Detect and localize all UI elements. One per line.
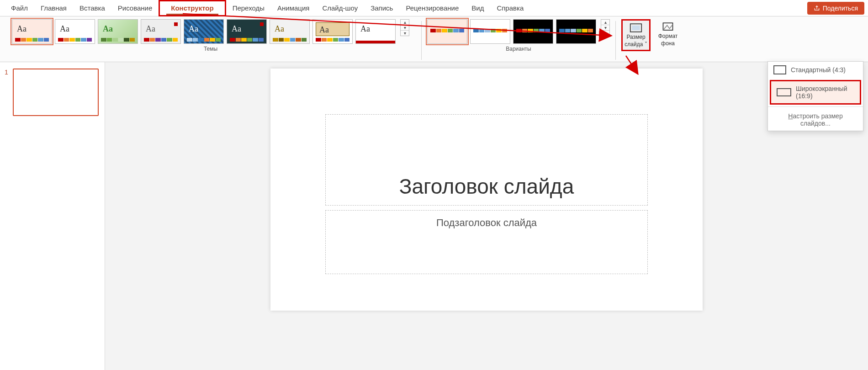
slide-size-widescreen-label: Широкоэкранный (16:9) xyxy=(796,85,854,100)
format-bg-label-2: фона xyxy=(661,41,675,47)
variants-group-label: Варианты xyxy=(506,46,531,52)
theme-bottom-bar xyxy=(356,41,395,43)
theme-thumb-7[interactable]: Aa xyxy=(270,19,310,44)
theme-color-strip xyxy=(187,38,221,42)
customize-group-label xyxy=(651,53,652,59)
subtitle-placeholder-text: Подзаголовок слайда xyxy=(436,217,537,229)
theme-accent-dot xyxy=(260,22,264,26)
theme-sample-text: Aa xyxy=(17,24,26,34)
slide-size-custom[interactable]: Настроить размер слайдов... xyxy=(768,109,863,131)
theme-color-strip xyxy=(15,38,49,42)
menu-separator xyxy=(768,106,863,107)
slide-size-icon xyxy=(630,22,642,33)
subtitle-placeholder[interactable]: Подзаголовок слайда xyxy=(325,210,648,274)
themes-expand[interactable]: ▾ xyxy=(401,31,409,36)
variants-expand[interactable]: ▾ xyxy=(601,31,609,36)
title-placeholder-text: Заголовок слайда xyxy=(399,174,574,199)
tab-file[interactable]: Файл xyxy=(5,0,34,16)
slide-size-label-1: Размер xyxy=(626,34,645,41)
variant-thumb-1[interactable] xyxy=(427,19,467,44)
variant-color-strip xyxy=(430,29,464,32)
share-label: Поделиться xyxy=(823,5,858,12)
tab-slideshow[interactable]: Слайд-шоу xyxy=(316,0,364,16)
tab-design-highlight: Конструктор xyxy=(159,0,226,16)
tab-review[interactable]: Рецензирование xyxy=(399,0,465,16)
tab-record[interactable]: Запись xyxy=(364,0,399,16)
variants-scroll: ▴ ▾ ▾ xyxy=(601,19,610,36)
theme-sample-text: Aa xyxy=(360,24,370,34)
theme-thumb-2[interactable]: Aa xyxy=(55,19,95,44)
themes-scroll: ▴ ▾ ▾ xyxy=(400,19,409,36)
slide-size-button[interactable]: Размер слайда ˅ xyxy=(621,19,651,51)
theme-thumb-1[interactable]: Aa xyxy=(12,19,52,44)
theme-sample-text: Aa xyxy=(103,24,113,34)
variants-scroll-up[interactable]: ▴ xyxy=(601,20,609,25)
theme-sample-text: Aa xyxy=(319,25,329,35)
tab-insert[interactable]: Вставка xyxy=(73,0,111,16)
theme-color-strip xyxy=(230,38,264,42)
theme-sample-text: Aa xyxy=(189,24,198,34)
slide-thumbnails-pane: 1 xyxy=(0,62,105,370)
menu-custom-accel: Н xyxy=(788,112,793,120)
tab-transitions[interactable]: Переходы xyxy=(226,0,271,16)
workspace: 1 Заголовок слайда Подзаголовок слайда xyxy=(0,62,868,370)
format-bg-label-1: Формат xyxy=(658,33,678,40)
theme-color-strip xyxy=(101,38,135,42)
themes-scroll-up[interactable]: ▴ xyxy=(401,20,409,25)
tab-help[interactable]: Справка xyxy=(490,0,530,16)
share-icon xyxy=(814,5,820,11)
themes-scroll-down[interactable]: ▾ xyxy=(401,25,409,31)
themes-group-label: Темы xyxy=(204,46,217,52)
variant-color-strip xyxy=(516,29,550,32)
variant-thumb-4[interactable] xyxy=(556,19,596,44)
title-placeholder[interactable]: Заголовок слайда xyxy=(325,114,648,206)
theme-thumb-9[interactable]: Aa xyxy=(355,19,396,44)
variants-scroll-down[interactable]: ▾ xyxy=(601,25,609,31)
themes-gallery: Aa Aa Aa Aa Aa Aa xyxy=(12,19,409,44)
slide-size-widescreen[interactable]: Широкоэкранный (16:9) xyxy=(770,80,861,105)
variant-color-strip xyxy=(473,29,507,32)
theme-thumb-5[interactable]: Aa xyxy=(184,19,224,44)
variant-thumb-3[interactable] xyxy=(513,19,553,44)
format-background-button[interactable]: Формат фона xyxy=(653,19,683,49)
tab-animations[interactable]: Анимация xyxy=(271,0,316,16)
slide-size-menu: Стандартный (4:3) Широкоэкранный (16:9) … xyxy=(767,61,863,131)
slide-size-standard-label: Стандартный (4:3) xyxy=(791,66,846,74)
theme-thumb-8[interactable]: Aa xyxy=(312,19,353,44)
tab-home[interactable]: Главная xyxy=(34,0,73,16)
tab-view[interactable]: Вид xyxy=(465,0,490,16)
menu-custom-rest: астроить размер слайдов... xyxy=(793,112,842,127)
ribbon-group-variants: ▴ ▾ ▾ Варианты xyxy=(424,19,613,62)
ribbon-divider-1 xyxy=(421,21,422,60)
theme-sample-text: Aa xyxy=(232,24,241,34)
slide-thumbnail-1[interactable] xyxy=(13,69,99,116)
theme-color-strip xyxy=(273,38,307,42)
share-button[interactable]: Поделиться xyxy=(807,2,864,15)
theme-thumb-6[interactable]: Aa xyxy=(227,19,267,44)
svg-rect-1 xyxy=(632,26,640,31)
variant-thumb-2[interactable] xyxy=(470,19,510,44)
ratio-4-3-icon xyxy=(773,65,786,74)
theme-thumb-4[interactable]: Aa xyxy=(141,19,181,44)
slide-canvas[interactable]: Заголовок слайда Подзаголовок слайда xyxy=(270,69,703,311)
theme-color-strip xyxy=(144,38,178,42)
ribbon-tabstrip: Файл Главная Вставка Рисование Конструкт… xyxy=(0,0,868,16)
format-background-icon xyxy=(662,21,674,32)
ribbon: Aa Aa Aa Aa Aa Aa xyxy=(0,16,868,62)
variants-gallery: ▴ ▾ ▾ xyxy=(427,19,610,44)
theme-color-strip xyxy=(316,38,349,42)
theme-accent-dot xyxy=(174,22,178,26)
slide-canvas-area: Заголовок слайда Подзаголовок слайда xyxy=(105,62,868,370)
slide-size-standard[interactable]: Стандартный (4:3) xyxy=(768,62,863,78)
variant-color-strip xyxy=(559,29,593,32)
tab-draw[interactable]: Рисование xyxy=(111,0,159,16)
ribbon-group-customize: Размер слайда ˅ Формат фона xyxy=(619,19,685,62)
theme-color-strip xyxy=(58,38,92,42)
theme-thumb-3[interactable]: Aa xyxy=(98,19,138,44)
theme-sample-text: Aa xyxy=(60,24,69,34)
tab-design[interactable]: Конструктор xyxy=(166,1,218,15)
theme-sample-text: Aa xyxy=(146,24,155,34)
ratio-16-9-icon xyxy=(777,88,791,96)
ribbon-divider-2 xyxy=(615,21,616,60)
slide-thumb-number: 1 xyxy=(5,69,8,76)
